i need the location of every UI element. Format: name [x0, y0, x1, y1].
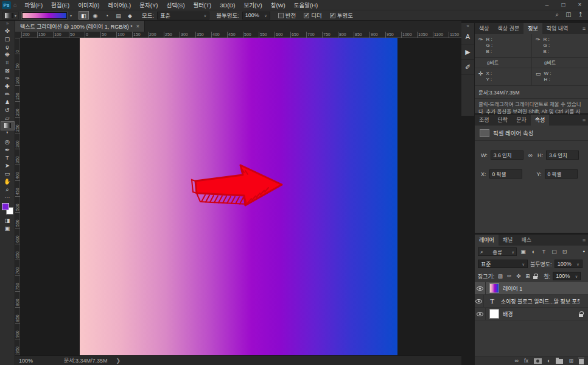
marquee-tool[interactable]: ▢	[1, 35, 14, 43]
crop-tool[interactable]: ⌗	[1, 58, 14, 66]
actions-panel-icon[interactable]: ▶	[461, 44, 474, 60]
layer-opacity-select[interactable]: 100% ∨	[555, 260, 583, 268]
gradient-preview[interactable]	[22, 12, 67, 19]
minimize-button[interactable]: –	[539, 0, 555, 10]
tab-channels[interactable]: 채널	[499, 235, 517, 246]
tab-paragraph[interactable]: 단락	[494, 115, 513, 126]
frame-tool[interactable]: ⊠	[1, 66, 14, 74]
menu-item[interactable]: 편집(E)	[47, 0, 74, 10]
panel-collapse-icon[interactable]: «	[461, 23, 474, 29]
close-button[interactable]: ×	[572, 0, 588, 10]
bit-depth-right[interactable]: 8비트	[531, 58, 588, 68]
glyphs-panel-icon[interactable]: A	[461, 29, 474, 44]
tab-character[interactable]: 문자	[512, 115, 531, 126]
menu-item[interactable]: 이미지(I)	[74, 0, 103, 10]
filter-type-layers-icon[interactable]: T	[540, 249, 548, 255]
tab-properties[interactable]: 속성	[531, 115, 550, 126]
diamond-gradient-button[interactable]: ◆	[125, 11, 135, 19]
eye-cell[interactable]	[475, 295, 484, 307]
layer-effects-icon[interactable]: fx	[524, 356, 528, 365]
filter-shape-layers-icon[interactable]: ▢	[550, 249, 558, 255]
menu-item[interactable]: 창(W)	[267, 0, 290, 10]
y-field[interactable]: 0 픽셀	[545, 169, 578, 179]
adjustment-layer-icon[interactable]: ◐	[547, 356, 550, 365]
lock-position-icon[interactable]: ✜	[515, 273, 522, 279]
tab-swatches[interactable]: 색상 견본	[494, 23, 524, 34]
lock-transparent-pixels-icon[interactable]: ▨	[497, 273, 503, 279]
tab-layers[interactable]: 레이어	[475, 235, 499, 246]
menu-item[interactable]: 필터(T)	[189, 0, 216, 10]
tool-preset-picker[interactable]: ▾	[2, 12, 19, 19]
path-selection-tool[interactable]: ➤	[1, 161, 14, 169]
quick-mask-button[interactable]: ◨	[1, 216, 14, 224]
styles-panel-icon[interactable]: ✐	[461, 60, 474, 75]
share-icon[interactable]: ↥	[578, 11, 583, 18]
layer-thumbnail[interactable]	[489, 309, 499, 319]
dither-checkbox[interactable]: 디더	[304, 11, 321, 19]
reflected-gradient-button[interactable]: ▤	[113, 11, 124, 19]
canvas-workspace[interactable]: 2001501005005010015020025030035040045050…	[15, 32, 461, 355]
pen-tool[interactable]: ✒	[1, 146, 14, 154]
type-tool[interactable]: T	[1, 154, 14, 161]
horizontal-ruler[interactable]: 2001501005005010015020025030035040045050…	[20, 32, 461, 38]
menu-item[interactable]: 도움말(H)	[290, 0, 322, 10]
clone-stamp-tool[interactable]: ♟	[1, 98, 14, 106]
toolbar-collapse-icon[interactable]: »	[6, 21, 9, 27]
menu-item[interactable]: 보기(V)	[240, 0, 267, 10]
panel-menu-icon[interactable]: ≡	[583, 23, 586, 34]
workspace-switcher-icon[interactable]: ◫	[565, 11, 571, 18]
layer-group-icon[interactable]	[556, 359, 563, 364]
width-field[interactable]: 3.6 인치	[491, 151, 523, 160]
eye-cell[interactable]	[475, 282, 486, 294]
eyedropper-tool[interactable]: ✑	[1, 74, 14, 82]
layer-row[interactable]: 배경	[475, 308, 588, 321]
opacity-select[interactable]: 100% ∨	[242, 12, 270, 19]
new-layer-icon[interactable]: ⊞	[569, 356, 573, 365]
filter-adjustment-layers-icon[interactable]: ◐	[530, 249, 537, 255]
link-dimensions-icon[interactable]: ∞	[528, 152, 533, 158]
linear-gradient-button[interactable]: ◧	[79, 11, 89, 19]
menu-item[interactable]: 파일(F)	[20, 0, 47, 10]
lock-all-icon[interactable]	[533, 276, 537, 279]
transparency-checkbox[interactable]: 투명도	[330, 11, 353, 19]
filter-toggle-icon[interactable]: •	[583, 249, 585, 255]
layer-mask-icon[interactable]	[534, 358, 542, 364]
brush-tool[interactable]: ✏	[1, 90, 14, 98]
blend-mode-select[interactable]: 표준 ∨	[478, 260, 528, 268]
shape-tool[interactable]: ▭	[1, 169, 14, 177]
vertical-ruler[interactable]: 0501001502002503003504004505005506006507…	[15, 38, 20, 355]
eraser-tool[interactable]: ▱	[1, 114, 14, 122]
x-field[interactable]: 0 픽셀	[489, 169, 522, 179]
panel-menu-icon[interactable]: ≡	[583, 235, 586, 246]
status-options-chevron-icon[interactable]: ❯	[116, 358, 121, 364]
screen-mode-button[interactable]: ▣	[1, 224, 14, 232]
layer-thumbnail[interactable]	[489, 283, 499, 293]
canvas-document[interactable]	[80, 38, 397, 355]
angle-gradient-button[interactable]: ◔	[102, 11, 112, 19]
search-icon[interactable]: ⌕	[556, 11, 559, 18]
tab-paths[interactable]: 패스	[517, 235, 536, 246]
delete-layer-icon[interactable]	[579, 359, 584, 364]
link-layers-icon[interactable]: ∞	[515, 356, 519, 365]
dodge-tool[interactable]: ◎	[1, 138, 14, 146]
close-tab-icon[interactable]: ×	[136, 23, 139, 29]
filter-pixel-layers-icon[interactable]: ▣	[519, 249, 527, 255]
zoom-tool[interactable]: ⌕	[1, 185, 14, 193]
gradient-tool[interactable]	[1, 122, 14, 130]
foreground-color-swatch[interactable]	[2, 203, 9, 210]
blur-tool[interactable]: ❜	[1, 130, 14, 138]
tab-color[interactable]: 색상	[475, 23, 494, 34]
menu-item[interactable]: 3D(D)	[215, 0, 239, 10]
eye-cell[interactable]	[475, 308, 486, 320]
chevron-down-icon[interactable]: ▾	[70, 13, 72, 18]
zoom-level-field[interactable]: 100%	[15, 358, 43, 364]
mode-select[interactable]: 표준 ∨	[157, 12, 209, 19]
healing-brush-tool[interactable]: ✚	[1, 82, 14, 90]
bit-depth-left[interactable]: 8비트	[475, 58, 531, 68]
layer-filter-select[interactable]: ⌕ 종류 ∨	[478, 247, 517, 256]
tab-info[interactable]: 정보	[523, 23, 542, 34]
reverse-checkbox[interactable]: 반전	[278, 11, 296, 19]
hand-tool[interactable]: ✋	[1, 177, 14, 185]
tab-adjustments[interactable]: 조정	[475, 115, 494, 126]
menu-item[interactable]: 선택(S)	[162, 0, 189, 10]
